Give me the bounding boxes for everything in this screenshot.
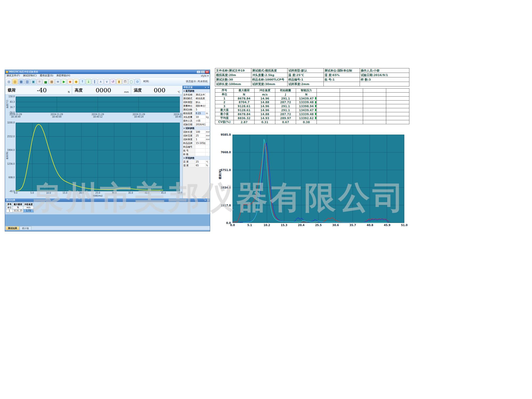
- param-value[interactable]: 国际单位制: [195, 104, 206, 107]
- report-cell: [386, 116, 409, 120]
- grid-icon[interactable]: ▦: [49, 79, 55, 84]
- report-cell: [340, 116, 363, 120]
- param-row[interactable]: 样品品牌15-105拉伸用: [183, 141, 210, 145]
- gear-icon[interactable]: ☼: [37, 79, 42, 84]
- report-cell: [317, 120, 340, 124]
- param-row[interactable]: 试样类型默认: [183, 100, 210, 104]
- minimize-button[interactable]: –: [197, 70, 201, 73]
- menu-item-0[interactable]: 测试文件(F): [6, 74, 20, 77]
- param-label: 试样长度: [183, 130, 195, 134]
- param-value[interactable]: [195, 152, 206, 156]
- param-row[interactable]: 样 数: [183, 152, 210, 156]
- param-row[interactable]: 操作人员小田: [183, 119, 210, 123]
- report-info-cell: 操作人员:小碧: [360, 68, 409, 73]
- report-info-cell: 湿 度:65%: [324, 73, 360, 77]
- param-value[interactable]: 100: [195, 130, 206, 134]
- param-value[interactable]: 模拟高度: [195, 97, 206, 100]
- titlebar[interactable]: MB029C动态冲击试验系统 – □ ×: [5, 70, 210, 74]
- upload-icon[interactable]: ↑: [80, 79, 85, 84]
- param-value[interactable]: 2016/4/20: [195, 123, 206, 126]
- report-chart-plot[interactable]: [232, 135, 404, 223]
- results-panel-header[interactable]: 测试结果 ▾ ✕: [5, 198, 210, 202]
- param-label: 试样宽度: [183, 134, 195, 137]
- param-value[interactable]: 0.15: [195, 111, 206, 115]
- pin-icon[interactable]: ▾: [205, 86, 206, 89]
- maximize-button[interactable]: □: [201, 70, 205, 73]
- param-section-header[interactable]: ▾ 通用参数: [183, 89, 210, 93]
- save-all-icon[interactable]: ▥: [24, 79, 30, 84]
- param-value[interactable]: 10: [195, 115, 206, 119]
- new-file-icon[interactable]: ▤: [6, 79, 12, 84]
- param-value[interactable]: 1: [195, 138, 206, 141]
- param-value[interactable]: 25: [195, 160, 206, 163]
- param-value[interactable]: [195, 149, 206, 152]
- param-row[interactable]: 温 度25℃: [183, 160, 210, 164]
- param-row[interactable]: 文件名称测试文件1: [183, 93, 210, 97]
- param-value[interactable]: [195, 145, 206, 148]
- menu-item-3[interactable]: 系统帮助(H): [56, 74, 70, 77]
- param-value[interactable]: 65: [195, 164, 206, 167]
- pin-icon[interactable]: ▾: [205, 199, 206, 201]
- pause-icon[interactable]: ‖: [92, 79, 97, 84]
- report-info-cell: 试样厚度:2mm: [288, 82, 324, 86]
- param-value[interactable]: 测试文件1: [195, 93, 206, 96]
- param-row[interactable]: 试验日期2016/4/20: [183, 123, 210, 126]
- table-row: 39128.6114.96291.113398.94: [215, 104, 409, 108]
- power-icon[interactable]: ⊙: [135, 79, 140, 84]
- param-row[interactable]: 测量单位国际单位制: [183, 104, 210, 108]
- tick-label: 35.7: [350, 224, 356, 226]
- param-value[interactable]: 默认: [195, 100, 206, 104]
- report-cell: CV值(%): [215, 120, 234, 124]
- tab-0[interactable]: 测试结果: [6, 226, 19, 230]
- report-cell: [340, 100, 363, 104]
- param-value[interactable]: 25: [195, 134, 206, 137]
- param-panel-header[interactable]: 参数设置 ▾ ✕: [183, 86, 210, 89]
- chevron-down-icon[interactable]: ∨: [104, 79, 110, 84]
- tab-1[interactable]: 统计值: [20, 226, 31, 230]
- probe-icon[interactable]: ●: [73, 79, 79, 84]
- menu-item-2[interactable]: 通用设置(S): [40, 74, 53, 77]
- table-row: 模拟高度:20m冲头质量:2.5kg温 度:25℃湿 度:65%试验日期:201…: [215, 73, 409, 77]
- open-file-icon[interactable]: ▨: [12, 79, 18, 84]
- calculator-icon[interactable]: ≡: [55, 79, 61, 84]
- param-row[interactable]: 冲头质量10kg: [183, 115, 210, 119]
- close-panel-icon[interactable]: ✕: [207, 199, 209, 201]
- play-icon[interactable]: ▶: [61, 79, 67, 84]
- temperature-chart-plot[interactable]: [16, 97, 180, 113]
- undo-icon[interactable]: ↺: [110, 79, 116, 84]
- save-icon[interactable]: ▦: [18, 79, 24, 84]
- close-panel-icon[interactable]: ✕: [207, 86, 210, 89]
- param-section-header[interactable]: ▾ 试样参数: [183, 126, 210, 130]
- monitor-icon[interactable]: ▣: [31, 79, 36, 84]
- menu-item-1[interactable]: 测试控制(C): [23, 74, 37, 77]
- param-row[interactable]: 样品编号: [183, 145, 210, 149]
- chart-icon[interactable]: ▅: [43, 79, 48, 84]
- param-row[interactable]: 测试模式模拟高度: [183, 97, 210, 100]
- close-button[interactable]: ×: [205, 70, 209, 73]
- param-row[interactable]: 模拟高度0.15m: [183, 111, 210, 115]
- param-section-header[interactable]: ▾ 环境参数: [183, 156, 210, 160]
- param-row[interactable]: 试样宽度25mm: [183, 134, 210, 138]
- report-chart-xticks: 0.05.110.215.320.425.530.635.740.845.951…: [232, 224, 404, 228]
- readout-2: 温度000℃: [131, 86, 182, 94]
- frame-icon[interactable]: □: [128, 79, 134, 84]
- param-value[interactable]: 5: [195, 108, 206, 111]
- lock-icon[interactable]: ▮: [116, 79, 122, 84]
- load-time-chart-plot[interactable]: [16, 123, 180, 191]
- tick-label: 1904.0: [7, 149, 15, 151]
- report-cell: N: [234, 93, 255, 97]
- style-selector[interactable]: style ▾: [201, 74, 209, 77]
- param-row[interactable]: 测试次数5: [183, 108, 210, 111]
- report-cell: 最小值: [215, 112, 234, 116]
- tools-icon[interactable]: ◆: [67, 79, 73, 84]
- param-row[interactable]: 试样长度100mm: [183, 130, 210, 134]
- param-row[interactable]: 批 号: [183, 149, 210, 152]
- param-row[interactable]: 试样厚度1mm: [183, 138, 210, 141]
- ruler-icon[interactable]: Π: [122, 79, 128, 84]
- chevron-up-icon[interactable]: ∧: [98, 79, 103, 84]
- load-time-chart: 载荷(N) 3200.02552.01904.01256.0608.0-40.0…: [5, 120, 182, 198]
- download-icon[interactable]: ↓: [86, 79, 91, 84]
- param-value[interactable]: 15-105拉伸用: [195, 141, 206, 145]
- param-value[interactable]: 小田: [195, 119, 206, 122]
- param-row[interactable]: 湿 度65%: [183, 164, 210, 167]
